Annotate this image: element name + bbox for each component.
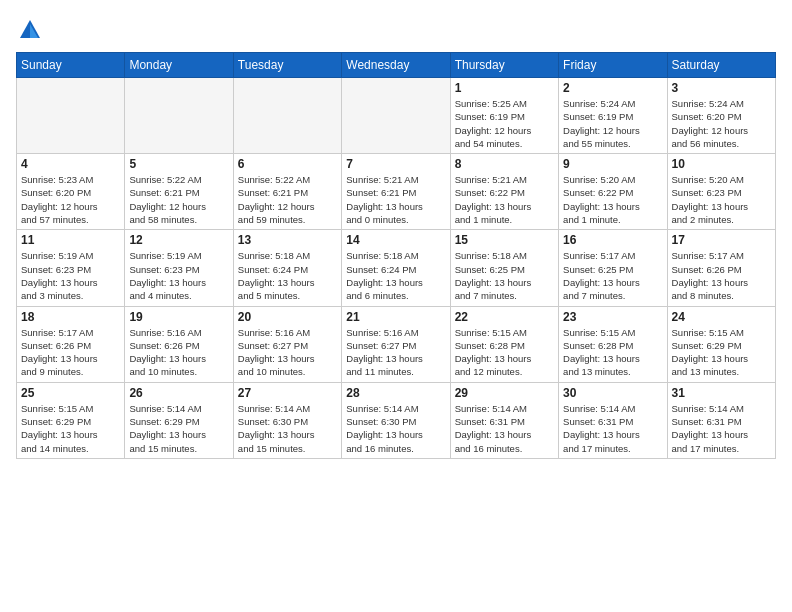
calendar-week-2: 4Sunrise: 5:23 AM Sunset: 6:20 PM Daylig… [17,154,776,230]
day-info: Sunrise: 5:25 AM Sunset: 6:19 PM Dayligh… [455,97,554,150]
calendar-cell: 31Sunrise: 5:14 AM Sunset: 6:31 PM Dayli… [667,382,775,458]
day-number: 22 [455,310,554,324]
day-info: Sunrise: 5:16 AM Sunset: 6:27 PM Dayligh… [238,326,337,379]
day-number: 27 [238,386,337,400]
day-info: Sunrise: 5:24 AM Sunset: 6:19 PM Dayligh… [563,97,662,150]
calendar-cell [17,78,125,154]
day-number: 16 [563,233,662,247]
calendar-week-4: 18Sunrise: 5:17 AM Sunset: 6:26 PM Dayli… [17,306,776,382]
calendar-week-1: 1Sunrise: 5:25 AM Sunset: 6:19 PM Daylig… [17,78,776,154]
day-number: 30 [563,386,662,400]
day-number: 17 [672,233,771,247]
day-info: Sunrise: 5:14 AM Sunset: 6:31 PM Dayligh… [672,402,771,455]
day-info: Sunrise: 5:23 AM Sunset: 6:20 PM Dayligh… [21,173,120,226]
day-number: 18 [21,310,120,324]
day-number: 2 [563,81,662,95]
day-number: 4 [21,157,120,171]
day-number: 8 [455,157,554,171]
day-info: Sunrise: 5:20 AM Sunset: 6:23 PM Dayligh… [672,173,771,226]
day-info: Sunrise: 5:16 AM Sunset: 6:27 PM Dayligh… [346,326,445,379]
day-number: 9 [563,157,662,171]
day-info: Sunrise: 5:15 AM Sunset: 6:29 PM Dayligh… [672,326,771,379]
day-number: 14 [346,233,445,247]
day-info: Sunrise: 5:21 AM Sunset: 6:21 PM Dayligh… [346,173,445,226]
calendar-cell: 5Sunrise: 5:22 AM Sunset: 6:21 PM Daylig… [125,154,233,230]
day-number: 26 [129,386,228,400]
calendar-cell [125,78,233,154]
calendar-week-5: 25Sunrise: 5:15 AM Sunset: 6:29 PM Dayli… [17,382,776,458]
day-number: 15 [455,233,554,247]
calendar-cell: 28Sunrise: 5:14 AM Sunset: 6:30 PM Dayli… [342,382,450,458]
day-info: Sunrise: 5:16 AM Sunset: 6:26 PM Dayligh… [129,326,228,379]
day-info: Sunrise: 5:17 AM Sunset: 6:25 PM Dayligh… [563,249,662,302]
day-number: 25 [21,386,120,400]
day-number: 12 [129,233,228,247]
calendar-cell: 2Sunrise: 5:24 AM Sunset: 6:19 PM Daylig… [559,78,667,154]
calendar-cell: 29Sunrise: 5:14 AM Sunset: 6:31 PM Dayli… [450,382,558,458]
day-number: 20 [238,310,337,324]
calendar-cell: 3Sunrise: 5:24 AM Sunset: 6:20 PM Daylig… [667,78,775,154]
weekday-header-sunday: Sunday [17,53,125,78]
day-info: Sunrise: 5:15 AM Sunset: 6:28 PM Dayligh… [455,326,554,379]
calendar-cell: 11Sunrise: 5:19 AM Sunset: 6:23 PM Dayli… [17,230,125,306]
day-number: 28 [346,386,445,400]
day-info: Sunrise: 5:17 AM Sunset: 6:26 PM Dayligh… [672,249,771,302]
weekday-header-tuesday: Tuesday [233,53,341,78]
day-info: Sunrise: 5:14 AM Sunset: 6:29 PM Dayligh… [129,402,228,455]
day-number: 19 [129,310,228,324]
calendar-cell [233,78,341,154]
calendar-cell: 13Sunrise: 5:18 AM Sunset: 6:24 PM Dayli… [233,230,341,306]
calendar-cell: 21Sunrise: 5:16 AM Sunset: 6:27 PM Dayli… [342,306,450,382]
calendar-cell: 27Sunrise: 5:14 AM Sunset: 6:30 PM Dayli… [233,382,341,458]
day-info: Sunrise: 5:18 AM Sunset: 6:25 PM Dayligh… [455,249,554,302]
calendar-cell: 20Sunrise: 5:16 AM Sunset: 6:27 PM Dayli… [233,306,341,382]
calendar-cell: 14Sunrise: 5:18 AM Sunset: 6:24 PM Dayli… [342,230,450,306]
day-info: Sunrise: 5:14 AM Sunset: 6:31 PM Dayligh… [563,402,662,455]
day-number: 11 [21,233,120,247]
calendar-cell: 4Sunrise: 5:23 AM Sunset: 6:20 PM Daylig… [17,154,125,230]
day-info: Sunrise: 5:24 AM Sunset: 6:20 PM Dayligh… [672,97,771,150]
day-info: Sunrise: 5:19 AM Sunset: 6:23 PM Dayligh… [21,249,120,302]
day-number: 7 [346,157,445,171]
day-number: 13 [238,233,337,247]
day-info: Sunrise: 5:21 AM Sunset: 6:22 PM Dayligh… [455,173,554,226]
calendar-cell: 26Sunrise: 5:14 AM Sunset: 6:29 PM Dayli… [125,382,233,458]
weekday-header-monday: Monday [125,53,233,78]
day-info: Sunrise: 5:20 AM Sunset: 6:22 PM Dayligh… [563,173,662,226]
day-info: Sunrise: 5:19 AM Sunset: 6:23 PM Dayligh… [129,249,228,302]
calendar-cell: 6Sunrise: 5:22 AM Sunset: 6:21 PM Daylig… [233,154,341,230]
weekday-header-saturday: Saturday [667,53,775,78]
calendar-week-3: 11Sunrise: 5:19 AM Sunset: 6:23 PM Dayli… [17,230,776,306]
day-number: 21 [346,310,445,324]
day-info: Sunrise: 5:22 AM Sunset: 6:21 PM Dayligh… [129,173,228,226]
calendar-cell: 25Sunrise: 5:15 AM Sunset: 6:29 PM Dayli… [17,382,125,458]
calendar-cell: 17Sunrise: 5:17 AM Sunset: 6:26 PM Dayli… [667,230,775,306]
day-info: Sunrise: 5:14 AM Sunset: 6:30 PM Dayligh… [346,402,445,455]
calendar-cell: 24Sunrise: 5:15 AM Sunset: 6:29 PM Dayli… [667,306,775,382]
day-info: Sunrise: 5:18 AM Sunset: 6:24 PM Dayligh… [346,249,445,302]
calendar-cell: 16Sunrise: 5:17 AM Sunset: 6:25 PM Dayli… [559,230,667,306]
day-number: 3 [672,81,771,95]
day-number: 31 [672,386,771,400]
weekday-header-thursday: Thursday [450,53,558,78]
calendar-cell: 9Sunrise: 5:20 AM Sunset: 6:22 PM Daylig… [559,154,667,230]
day-info: Sunrise: 5:14 AM Sunset: 6:31 PM Dayligh… [455,402,554,455]
day-number: 1 [455,81,554,95]
calendar-cell: 12Sunrise: 5:19 AM Sunset: 6:23 PM Dayli… [125,230,233,306]
calendar-cell: 15Sunrise: 5:18 AM Sunset: 6:25 PM Dayli… [450,230,558,306]
calendar-table: SundayMondayTuesdayWednesdayThursdayFrid… [16,52,776,459]
day-info: Sunrise: 5:18 AM Sunset: 6:24 PM Dayligh… [238,249,337,302]
calendar-cell: 10Sunrise: 5:20 AM Sunset: 6:23 PM Dayli… [667,154,775,230]
day-number: 23 [563,310,662,324]
day-number: 10 [672,157,771,171]
calendar-cell: 7Sunrise: 5:21 AM Sunset: 6:21 PM Daylig… [342,154,450,230]
calendar-cell: 30Sunrise: 5:14 AM Sunset: 6:31 PM Dayli… [559,382,667,458]
weekday-header-friday: Friday [559,53,667,78]
day-number: 29 [455,386,554,400]
calendar-header-row: SundayMondayTuesdayWednesdayThursdayFrid… [17,53,776,78]
weekday-header-wednesday: Wednesday [342,53,450,78]
day-info: Sunrise: 5:22 AM Sunset: 6:21 PM Dayligh… [238,173,337,226]
logo [16,16,48,44]
calendar-cell: 19Sunrise: 5:16 AM Sunset: 6:26 PM Dayli… [125,306,233,382]
calendar-cell: 22Sunrise: 5:15 AM Sunset: 6:28 PM Dayli… [450,306,558,382]
